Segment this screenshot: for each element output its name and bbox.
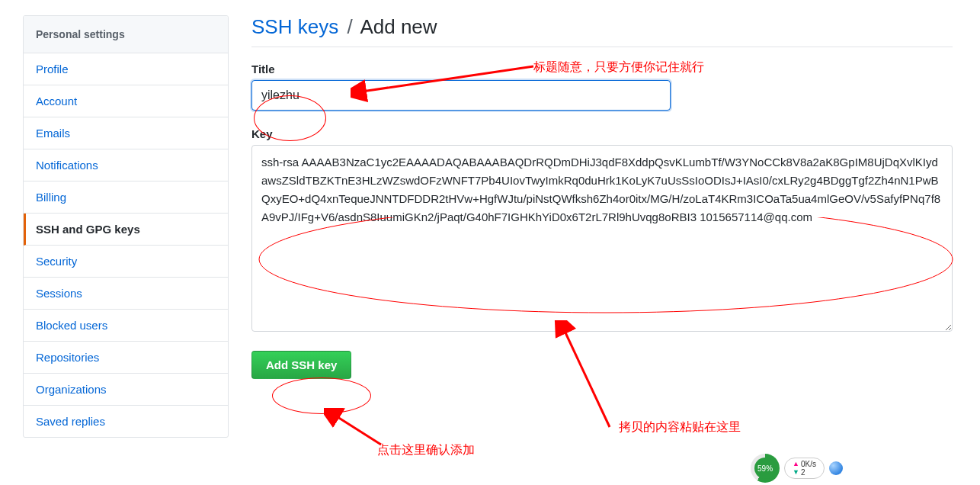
sidebar-item-repositories[interactable]: Repositories: [24, 342, 228, 374]
upload-speed: 0K/s: [801, 460, 816, 468]
title-input[interactable]: [251, 80, 671, 111]
arrow-up-icon: ▲: [793, 461, 799, 468]
sidebar-item-blocked-users[interactable]: Blocked users: [24, 310, 228, 342]
orb-icon: [829, 461, 843, 475]
network-widget: 59% ▲0K/s ▼2: [751, 454, 843, 483]
gauge-icon: 59%: [751, 454, 780, 483]
breadcrumb-current: Add new: [360, 15, 437, 38]
annotation-text-button: 点击这里确认添加: [377, 442, 475, 458]
sidebar-item-account[interactable]: Account: [24, 85, 228, 117]
annotation-text-title: 标题随意，只要方便你记住就行: [533, 59, 704, 75]
sidebar-item-emails[interactable]: Emails: [24, 117, 228, 149]
annotation-text-key: 拷贝的内容粘贴在这里: [619, 419, 741, 435]
sidebar-item-security[interactable]: Security: [24, 246, 228, 278]
sidebar-item-profile[interactable]: Profile: [24, 53, 228, 85]
page-heading: SSH keys / Add new: [251, 15, 953, 47]
sidebar-item-sessions[interactable]: Sessions: [24, 278, 228, 310]
speed-readout: ▲0K/s ▼2: [784, 458, 825, 479]
breadcrumb-separator: /: [347, 15, 352, 38]
sidebar-item-organizations[interactable]: Organizations: [24, 374, 228, 406]
key-textarea[interactable]: [251, 145, 953, 332]
gauge-value: 59%: [754, 458, 776, 479]
sidebar-header: Personal settings: [24, 16, 228, 53]
sidebar-item-saved-replies[interactable]: Saved replies: [24, 406, 228, 437]
main-content: SSH keys / Add new Title Key Add SSH key: [251, 15, 953, 438]
breadcrumb-parent[interactable]: SSH keys: [251, 15, 338, 38]
add-ssh-key-button[interactable]: Add SSH key: [251, 351, 351, 379]
sidebar-item-notifications[interactable]: Notifications: [24, 149, 228, 181]
sidebar: Personal settings Profile Account Emails…: [23, 15, 229, 438]
key-label: Key: [251, 127, 953, 140]
sidebar-item-ssh-gpg-keys[interactable]: SSH and GPG keys: [24, 214, 228, 246]
arrow-down-icon: ▼: [793, 469, 799, 477]
sidebar-item-billing[interactable]: Billing: [24, 181, 228, 214]
download-speed: 2: [801, 468, 805, 477]
